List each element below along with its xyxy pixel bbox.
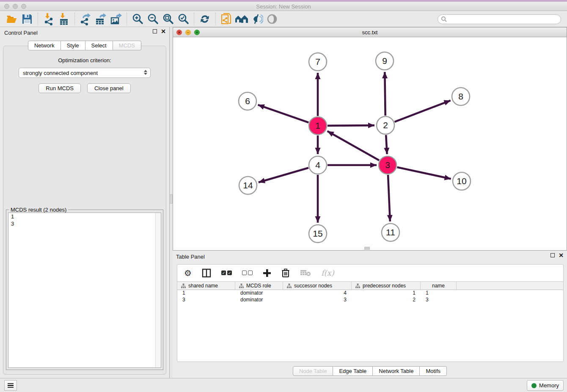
table-cell: 3: [283, 297, 352, 304]
zoom-out-icon[interactable]: [145, 12, 160, 26]
task-history-button[interactable]: [4, 380, 17, 391]
tab-node-table[interactable]: Node Table: [293, 366, 333, 376]
save-session-icon[interactable]: [19, 12, 35, 26]
graph-node-label: 14: [243, 180, 253, 190]
delete-table-icon[interactable]: [300, 269, 311, 277]
memory-button[interactable]: Memory: [527, 380, 564, 391]
show-all-icon[interactable]: [264, 12, 280, 26]
mcds-result-title: MCDS result (2 nodes): [9, 207, 68, 213]
column-header-shared-name[interactable]: shared name: [177, 282, 235, 290]
table-panel-title: Table Panel: [176, 254, 205, 260]
zoom-in-icon[interactable]: [130, 12, 145, 26]
mcds-result-box: MCDS result (2 nodes) 1 3: [6, 210, 163, 370]
graph-node-label: 10: [457, 176, 466, 186]
column-type-icon: [181, 284, 186, 288]
graph-node-label: 11: [386, 227, 395, 237]
graph-edge-arrowhead: [443, 100, 450, 105]
table-cell: 3: [177, 297, 235, 304]
tab-network-table[interactable]: Network Table: [373, 366, 420, 376]
criterion-select[interactable]: strongly connected component: [19, 68, 151, 78]
import-table-icon[interactable]: [56, 12, 72, 26]
toolbar-search: [438, 14, 561, 24]
table-cell: 1: [421, 290, 457, 297]
tab-network[interactable]: Network: [28, 41, 61, 50]
gear-icon[interactable]: ⚙: [184, 269, 192, 277]
function-builder-icon[interactable]: f(x): [321, 268, 334, 277]
refresh-icon[interactable]: [197, 12, 212, 26]
graph-edge-3-1[interactable]: [328, 131, 379, 160]
run-mcds-button[interactable]: Run MCDS: [39, 83, 81, 93]
tab-mcds[interactable]: MCDS: [113, 41, 141, 50]
control-panel-title: Control Panel: [4, 30, 38, 36]
close-panel-button[interactable]: Close panel: [87, 83, 131, 93]
split-columns-icon[interactable]: [202, 268, 211, 278]
export-network-icon[interactable]: [78, 12, 93, 26]
table-cell: 2: [352, 297, 421, 304]
mcds-result-list[interactable]: 1 3: [8, 213, 161, 368]
network-window-titlebar[interactable]: ✕ − + scc.txt: [173, 28, 567, 37]
tab-edge-table[interactable]: Edge Table: [333, 366, 373, 376]
first-neighbors-icon[interactable]: [234, 12, 249, 26]
column-header-name[interactable]: name: [421, 282, 457, 290]
import-network-icon[interactable]: [41, 12, 56, 26]
graph-edge-3-10[interactable]: [397, 167, 451, 179]
graph-edge-2-9[interactable]: [385, 72, 385, 116]
table-row[interactable]: 3dominator323: [177, 297, 563, 304]
zoom-selected-icon[interactable]: [176, 12, 191, 26]
table-cell: 1: [177, 290, 235, 297]
graph-edge-arrowhead: [370, 163, 377, 168]
memory-status-icon: [531, 383, 537, 388]
control-panel: Control Panel ✕ Network Style Select MCD…: [0, 27, 169, 378]
graph-edge-1-6[interactable]: [258, 105, 309, 123]
graph-edge-arrowhead: [315, 148, 321, 154]
main-toolbar: [0, 11, 567, 27]
graph-node-label: 15: [313, 229, 322, 238]
tab-style[interactable]: Style: [61, 41, 85, 50]
table-body: 1dominator4113dominator323: [177, 290, 563, 304]
zoom-fit-icon[interactable]: [160, 12, 176, 26]
export-table-icon[interactable]: [93, 12, 108, 26]
delete-column-icon[interactable]: [281, 268, 290, 278]
graph-edge-4-14[interactable]: [259, 168, 308, 182]
column-header-MCDS-role[interactable]: MCDS role: [235, 282, 283, 290]
float-panel-icon[interactable]: [153, 29, 157, 33]
column-header-label: MCDS role: [246, 283, 271, 289]
close-table-panel-icon[interactable]: ✕: [559, 253, 564, 257]
table-row[interactable]: 1dominator411: [177, 290, 563, 297]
toolbar-separator: [127, 13, 127, 25]
float-table-panel-icon[interactable]: [550, 253, 555, 257]
add-column-icon[interactable]: [263, 269, 271, 277]
deselect-all-columns-icon[interactable]: [242, 271, 253, 275]
hide-selected-icon[interactable]: [249, 12, 264, 26]
column-type-icon: [239, 284, 244, 288]
new-network-icon[interactable]: [219, 12, 234, 26]
tab-motifs[interactable]: Motifs: [420, 366, 447, 376]
control-panel-tabs: Network Style Select MCDS: [0, 41, 169, 50]
graph-edge-arrowhead: [384, 148, 389, 154]
mcds-result-item: 1: [8, 213, 161, 220]
network-window-title: scc.txt: [173, 29, 567, 36]
graph-edge-arrowhead: [368, 123, 374, 128]
result-scrollbar[interactable]: [155, 213, 161, 367]
column-header-successor-nodes[interactable]: successor nodes: [283, 282, 352, 290]
panel-splitter[interactable]: [169, 27, 173, 378]
graph-edge-2-8[interactable]: [394, 100, 450, 122]
graph-edge-1-2[interactable]: [328, 125, 374, 126]
criterion-value: strongly connected component: [23, 70, 98, 76]
table-cell: dominator: [235, 290, 283, 297]
column-header-predecessor-nodes[interactable]: predecessor nodes: [352, 282, 421, 290]
graph-edge-3-11[interactable]: [388, 175, 390, 221]
optimization-criterion-label: Optimization criterion:: [3, 57, 166, 63]
open-session-icon[interactable]: [4, 12, 19, 26]
tab-select[interactable]: Select: [85, 41, 113, 50]
select-all-columns-icon[interactable]: ✓✓: [221, 271, 232, 275]
network-graph: 7968124314101511: [173, 37, 567, 250]
search-input[interactable]: [438, 14, 561, 24]
network-canvas[interactable]: 7968124314101511: [173, 37, 567, 250]
export-image-icon[interactable]: [108, 12, 124, 26]
canvas-resize-grip[interactable]: [364, 247, 370, 250]
graph-edge-arrowhead: [315, 73, 321, 79]
mcds-panel: Optimization criterion: strongly connect…: [3, 46, 166, 375]
graph-node-label: 2: [383, 120, 388, 130]
close-panel-icon[interactable]: ✕: [161, 29, 166, 33]
